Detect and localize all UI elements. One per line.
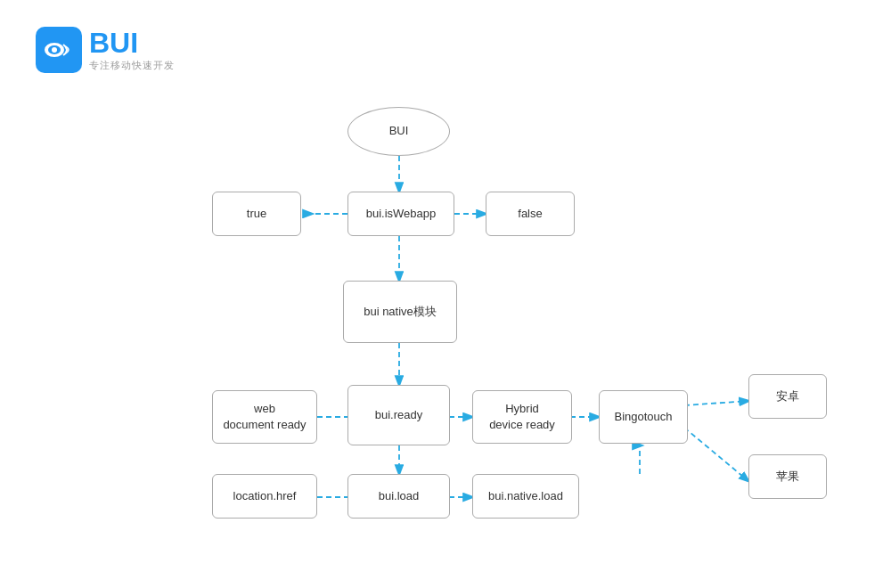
diagram: BUI bui.isWebapp true false bui native模块… <box>0 0 891 588</box>
node-false: false <box>486 192 575 236</box>
node-true: true <box>212 192 301 236</box>
node-bui: BUI <box>347 107 450 156</box>
node-hybrid-device-ready: Hybrid device ready <box>472 390 572 444</box>
node-bui-ready: bui.ready <box>347 385 450 445</box>
node-iswebapp: bui.isWebapp <box>347 192 454 236</box>
node-android: 安卓 <box>748 374 827 419</box>
node-location-href: location.href <box>212 474 317 519</box>
svg-line-11 <box>684 401 748 405</box>
node-web-doc-ready: web document ready <box>212 390 317 444</box>
node-bui-load: bui.load <box>347 474 450 519</box>
svg-line-12 <box>684 428 748 481</box>
node-bui-native-load: bui.native.load <box>472 474 579 519</box>
node-apple: 苹果 <box>748 454 827 499</box>
node-bingotouch: Bingotouch <box>599 390 688 444</box>
node-native-module: bui native模块 <box>343 281 457 343</box>
